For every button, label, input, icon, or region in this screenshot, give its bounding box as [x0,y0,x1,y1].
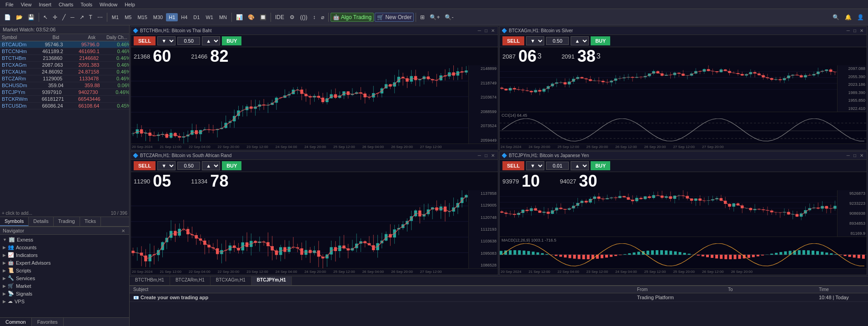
buy-button[interactable]: BUY [591,36,610,45]
menu-charts[interactable]: Charts [55,1,77,8]
chart-tab[interactable]: BTCXAGm,H1 [211,277,251,285]
menu-help[interactable]: Help [121,1,139,8]
chart-content[interactable]: 1137858112900511207481112193110363810950… [131,190,498,268]
chart-tab[interactable]: BTCZARm,H1 [170,277,211,285]
add-symbol-row[interactable]: + click to add... 10 / 396 [0,210,129,217]
navigator-close-btn[interactable]: ✕ [120,228,126,233]
chart-max-btn[interactable]: □ [483,153,489,158]
sell-type-select[interactable]: ▼ [526,36,544,45]
chart-min-btn[interactable]: ─ [477,28,482,33]
tf-mn[interactable]: MN [216,13,230,21]
open-btn[interactable]: 📂 [14,13,25,22]
sell-button[interactable]: SELL [134,36,156,45]
buy-button[interactable]: BUY [591,161,610,170]
tf-m1[interactable]: M1 [109,13,121,21]
hline-btn[interactable]: ─ [68,13,77,22]
text-btn[interactable]: T [87,13,95,22]
buy-type-select[interactable]: ▲ [571,36,589,45]
buy-button[interactable]: BUY [222,161,241,170]
chart-close-btn[interactable]: ✕ [490,28,496,33]
zoom-btn[interactable]: 🔲 [257,13,269,22]
nav-item-broker[interactable]: ▼🏢Exness [1,236,128,243]
save-btn[interactable]: 💾 [25,13,37,22]
market-watch-row[interactable]: BTCCNHm 461189.2 461690.1 0.46% [0,48,129,55]
nav-item-indicators[interactable]: ▶📈Indicators [1,251,128,259]
ide-btn[interactable]: IDE [273,13,286,22]
buy-type-select[interactable]: ▲ [202,161,220,170]
lot-input[interactable] [177,37,200,45]
tf-m30[interactable]: M30 [151,13,166,21]
account-btn[interactable]: 👤 [855,13,866,22]
sell-button[interactable]: SELL [502,36,524,45]
tf-h4[interactable]: H4 [178,13,190,21]
mail-row[interactable]: 📧Create your own trading app Trading Pla… [130,293,868,302]
search-btn[interactable]: 🔍 [830,13,842,22]
tf-m15[interactable]: M15 [135,13,150,21]
chart-max-btn[interactable]: □ [852,28,858,33]
market-watch-row[interactable]: BTCXAGm 2087.063 2091.383 0.46% [0,62,129,69]
sell-button[interactable]: SELL [502,161,524,170]
chart-type-btn[interactable]: 📊 [234,13,245,22]
nav-item-market[interactable]: ▶🛒Market [1,282,128,290]
chart-close-btn[interactable]: ✕ [858,28,865,33]
new-chart-btn[interactable]: 📄 [2,13,13,22]
market-watch-row[interactable]: BTCUSDm 66086.24 66108.64 0.45% [0,103,129,109]
chart-min-btn[interactable]: ─ [477,153,482,158]
tf-m5[interactable]: M5 [122,13,134,21]
arrows-btn[interactable]: ↕ [311,13,318,22]
chart-tab[interactable]: BTCJPYm,H1 [251,277,292,285]
nav-btn[interactable]: ⊞ [418,13,427,22]
tf-w1[interactable]: W1 [203,13,216,21]
more-draw-btn[interactable]: ⋯ [95,13,105,22]
nav-item-signals[interactable]: ▶📡Signals [1,290,128,297]
lot-input[interactable] [546,37,569,45]
buy-type-select[interactable]: ▲ [202,36,220,45]
chart-content[interactable]: 2097.0882055.3902023.1861989.3901955.850… [500,65,867,112]
nav-item-services[interactable]: ▶🔧Services [1,274,128,282]
buy-type-select[interactable]: ▲ [571,161,589,170]
market-btn[interactable]: ⌀ [319,13,326,22]
line-btn[interactable]: ╱ [60,13,68,22]
symbol-tab-symbols[interactable]: Symbols [0,217,29,226]
menu-insert[interactable]: Insert [35,1,55,8]
chart-content[interactable]: 952687392332239086938893485381169.9 [500,190,867,237]
nav-item-ea[interactable]: ▶🤖Expert Advisors [1,259,128,267]
chart-min-btn[interactable]: ─ [845,28,851,33]
lot-input[interactable] [546,162,569,170]
market-watch-row[interactable]: BCHUSDm 359.04 359.88 0.06% [0,82,129,89]
bottom-tab-common[interactable]: Common [0,318,32,326]
market-watch-row[interactable]: BTCXAUm 24.86092 24.87158 0.46% [0,69,129,75]
chart-max-btn[interactable]: □ [483,28,489,33]
sell-type-select[interactable]: ▼ [526,161,544,170]
lot-input[interactable] [177,162,200,170]
bottom-tab-favorites[interactable]: Favorites [32,318,64,326]
audio-btn[interactable]: (()) [298,13,310,22]
market-watch-row[interactable]: BTCKRWm 66181271 66543446 [0,96,129,103]
chart-close-btn[interactable]: ✕ [858,153,865,158]
crosshair-btn[interactable]: ✛ [50,13,60,22]
settings-btn[interactable]: ⚙ [287,13,297,22]
cursor-btn[interactable]: ↖ [41,13,50,22]
new-order-btn[interactable]: 🛒 New Order [375,13,414,22]
chart-min-btn[interactable]: ─ [845,153,851,158]
chart-close-btn[interactable]: ✕ [490,153,496,158]
market-watch-row[interactable]: BTCZARm 1129005 1133478 0.46% [0,75,129,82]
tf-d1[interactable]: D1 [191,13,202,21]
algo-trading-btn[interactable]: 🤖 Algo Trading [331,13,374,22]
menu-tools[interactable]: Tools [77,1,96,8]
symbol-tab-trading[interactable]: Trading [54,217,80,226]
symbol-tab-details[interactable]: Details [29,217,54,226]
market-watch-row[interactable]: BTCTHBm 2136860 2146682 0.46% [0,55,129,62]
menu-window[interactable]: Window [96,1,121,8]
sell-type-select[interactable]: ▼ [157,36,176,45]
notification-btn[interactable]: 🔔 [843,13,854,22]
market-watch-row[interactable]: BTCJPYm 9397910 9402730 0.46% [0,89,129,96]
sell-button[interactable]: SELL [134,161,156,170]
tf-h1[interactable]: H1 [166,13,178,21]
trend-btn[interactable]: ↗ [77,13,86,22]
symbol-tab-ticks[interactable]: Ticks [80,217,101,226]
menu-file[interactable]: File [2,1,17,8]
sell-type-select[interactable]: ▼ [157,161,176,170]
nav-item-vps[interactable]: ▶☁VPS [1,297,128,305]
chart-tab[interactable]: BTCTHBm,H1 [130,277,170,285]
